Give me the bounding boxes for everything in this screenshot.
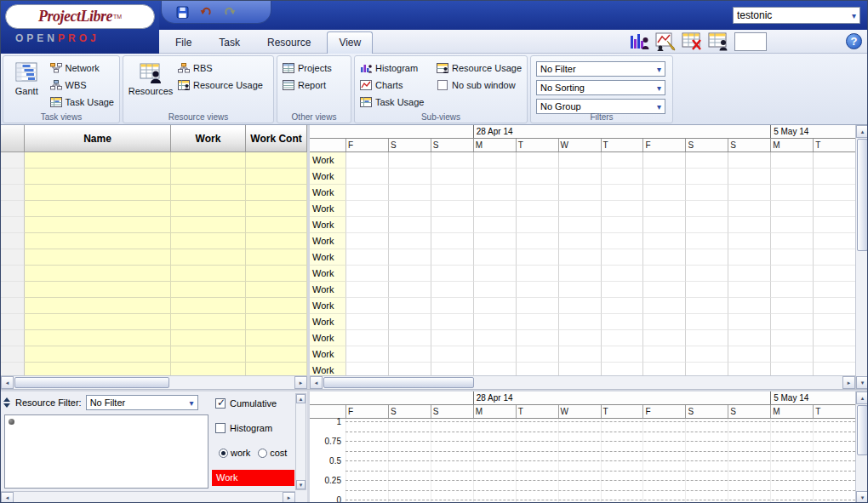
scrollbar-thumb[interactable] (857, 139, 868, 251)
usage-cell[interactable] (642, 363, 685, 375)
undo-button[interactable] (199, 5, 213, 19)
usage-cell[interactable] (473, 201, 516, 217)
scrollbar-track[interactable] (14, 492, 283, 503)
projects-button[interactable]: Projects (283, 61, 345, 75)
name-cell[interactable] (25, 266, 171, 282)
usage-cell[interactable] (642, 217, 685, 233)
usage-cell[interactable] (728, 346, 770, 363)
work-contour-cell[interactable] (246, 249, 307, 266)
usage-cell[interactable] (770, 282, 813, 298)
usage-cell[interactable] (601, 169, 643, 185)
row-header-cell[interactable] (1, 185, 25, 201)
usage-cell[interactable] (601, 217, 643, 233)
work-cell[interactable] (171, 346, 246, 363)
usage-cell[interactable] (685, 201, 728, 217)
table-hscrollbar[interactable] (1, 375, 307, 389)
usage-cell[interactable] (558, 201, 601, 217)
usage-cell[interactable] (558, 169, 601, 185)
usage-cell[interactable] (685, 266, 728, 282)
row-header-cell[interactable] (1, 330, 25, 346)
row-header-cell[interactable] (1, 201, 25, 217)
usage-cell[interactable] (728, 314, 770, 330)
usage-cell[interactable] (388, 266, 431, 282)
work-cell[interactable] (171, 249, 246, 266)
usage-cell[interactable] (431, 249, 473, 266)
work-contour-cell[interactable] (246, 363, 307, 375)
scroll-right-arrow[interactable] (842, 376, 855, 389)
task-usage-button[interactable]: Task Usage (50, 95, 114, 109)
row-header-cell[interactable] (1, 346, 25, 363)
usage-cell[interactable] (558, 266, 601, 282)
histogram-checkbox-row[interactable]: Histogram (215, 422, 272, 434)
usage-cell[interactable] (601, 152, 643, 169)
usage-cell[interactable] (345, 314, 388, 330)
usage-cell[interactable] (473, 169, 516, 185)
scroll-left-arrow[interactable] (310, 376, 323, 389)
usage-cell[interactable] (685, 282, 728, 298)
usage-cell[interactable] (345, 185, 388, 201)
usage-cell[interactable] (558, 363, 601, 375)
name-cell[interactable] (25, 314, 171, 330)
usage-cell[interactable] (516, 152, 558, 169)
cumulative-checkbox-row[interactable]: Cumulative (215, 397, 277, 409)
usage-cell[interactable] (473, 217, 516, 233)
resource-listbox[interactable] (4, 414, 208, 489)
no-sub-window-button[interactable]: No sub window (437, 78, 522, 92)
work-contour-cell[interactable] (246, 217, 307, 233)
usage-cell[interactable] (642, 266, 685, 282)
usage-cell[interactable] (516, 266, 558, 282)
usage-cell[interactable] (473, 330, 516, 346)
work-contour-cell[interactable] (246, 152, 307, 169)
usage-cell[interactable] (473, 346, 516, 363)
scroll-up-arrow[interactable] (856, 392, 868, 404)
row-header-cell[interactable] (1, 314, 25, 330)
column-header-work[interactable]: Work (171, 125, 246, 152)
usage-cell[interactable] (813, 169, 855, 185)
usage-cell[interactable] (642, 233, 685, 249)
usage-cell[interactable] (770, 346, 813, 363)
chart-vscrollbar[interactable] (855, 392, 868, 503)
usage-cell[interactable] (473, 266, 516, 282)
usage-cell[interactable] (388, 298, 431, 314)
name-cell[interactable] (25, 346, 171, 363)
usage-cell[interactable] (516, 298, 558, 314)
work-contour-cell[interactable] (246, 233, 307, 249)
usage-cell[interactable] (813, 233, 855, 249)
row-header-cell[interactable] (1, 298, 25, 314)
usage-cell[interactable] (770, 233, 813, 249)
usage-cell[interactable] (431, 298, 473, 314)
usage-cell[interactable] (770, 152, 813, 169)
usage-cell[interactable] (642, 346, 685, 363)
usage-cell[interactable] (516, 330, 558, 346)
usage-cell[interactable] (516, 185, 558, 201)
usage-cell[interactable] (558, 314, 601, 330)
usage-cell[interactable] (813, 185, 855, 201)
usage-cell[interactable] (431, 363, 473, 375)
project-selector[interactable]: testonic (733, 7, 860, 24)
resource-item-icon[interactable] (9, 419, 14, 425)
usage-cell[interactable] (770, 169, 813, 185)
usage-cell[interactable] (388, 346, 431, 363)
usage-cell[interactable] (516, 363, 558, 375)
scrollbar-track[interactable] (856, 404, 868, 491)
usage-cell[interactable] (642, 314, 685, 330)
usage-cell[interactable] (728, 363, 770, 375)
usage-cell[interactable] (642, 249, 685, 266)
redo-button[interactable] (223, 5, 237, 19)
usage-cell[interactable] (516, 217, 558, 233)
save-button[interactable] (175, 5, 189, 19)
row-header-cell[interactable] (1, 169, 25, 185)
network-button[interactable]: Network (50, 61, 114, 75)
usage-cell[interactable] (770, 249, 813, 266)
usage-cell[interactable] (813, 152, 855, 169)
usage-cell[interactable] (601, 249, 643, 266)
usage-cell[interactable] (728, 330, 770, 346)
usage-cell[interactable] (388, 363, 431, 375)
pane-splitter-arrows[interactable] (3, 397, 11, 408)
usage-cell[interactable] (473, 233, 516, 249)
tab-view[interactable]: View (327, 31, 373, 54)
panel-hscrollbar[interactable] (1, 491, 295, 503)
name-cell[interactable] (25, 363, 171, 375)
work-cell[interactable] (171, 152, 246, 169)
usage-cell[interactable] (345, 169, 388, 185)
